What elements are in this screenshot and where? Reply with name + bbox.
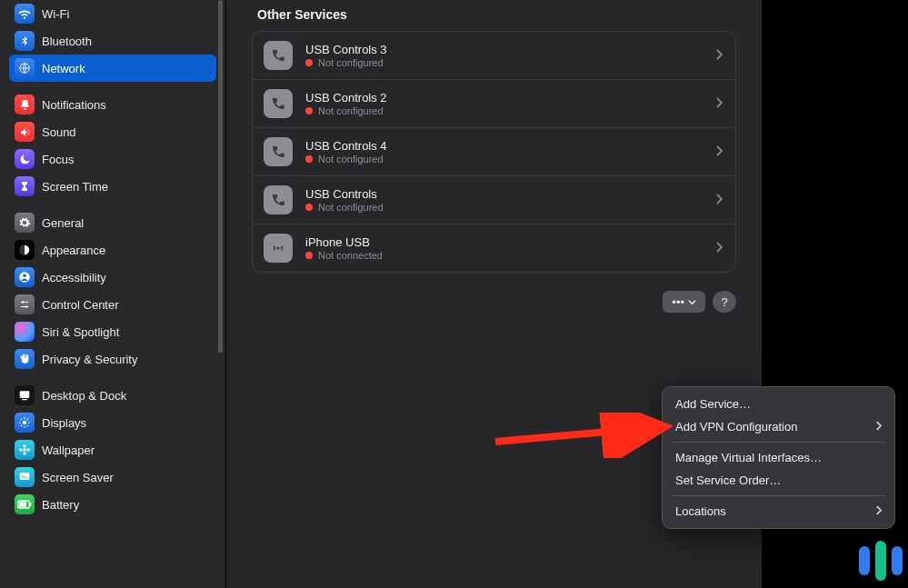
sidebar-item-label: Siri & Spotlight [42,325,119,339]
help-button[interactable]: ? [713,291,736,313]
svg-rect-14 [20,473,30,480]
chevron-right-icon [715,145,723,159]
sidebar-item-desktop[interactable]: Desktop & Dock [9,382,216,409]
sidebar-item-general[interactable]: General [9,209,216,236]
displays-icon [15,413,35,433]
sidebar-item-appearance[interactable]: Appearance [9,236,216,264]
service-name: USB Controls 4 [305,139,715,153]
svg-rect-7 [22,399,27,400]
sidebar-item-battery[interactable]: Battery [9,491,216,518]
footer-actions: ••• ? [252,291,736,313]
notifications-icon [15,95,35,115]
service-row[interactable]: USB Controls 2Not configured [253,79,735,127]
menu-item-locations[interactable]: Locations [663,500,894,523]
menu-separator [672,442,885,443]
service-row[interactable]: iPhone USBNot connected [253,224,735,272]
network-icon [15,58,35,78]
wifi-icon [15,4,35,24]
sidebar-item-label: Control Center [42,298,119,312]
privacy-icon [15,349,35,369]
status-dot-icon [305,252,313,259]
menu-item-label: Add VPN Configuration [675,420,797,434]
more-options-button[interactable]: ••• [663,291,705,313]
sidebar-item-label: Privacy & Security [42,353,137,366]
svg-rect-6 [20,391,30,398]
service-status: Not configured [305,105,715,116]
sidebar-item-screentime[interactable]: Screen Time [9,173,216,200]
service-name: USB Controls 2 [305,91,715,105]
watermark-bars [859,541,903,581]
sidebar-item-label: Screen Saver [42,471,114,484]
svg-point-5 [25,305,28,308]
svg-point-10 [23,444,26,448]
status-dot-icon [305,155,313,163]
desktop-icon [15,385,35,405]
service-status: Not connected [305,250,715,261]
sidebar-item-privacy[interactable]: Privacy & Security [9,345,216,373]
sidebar-item-focus[interactable]: Focus [9,145,216,173]
chevron-right-icon [715,194,723,207]
chevron-right-icon [875,420,882,434]
menu-separator [672,495,885,496]
sidebar-item-accessibility[interactable]: Accessibility [9,264,216,291]
sidebar-item-label: Accessibility [42,271,106,284]
sidebar-item-label: Wi-Fi [42,7,69,21]
chevron-right-icon [715,49,723,63]
menu-item-set-service-order[interactable]: Set Service Order… [663,469,894,492]
sidebar-item-network[interactable]: Network [9,55,216,82]
menu-item-manage-virtual-interfaces[interactable]: Manage Virtual Interfaces… [663,446,894,469]
sidebar-item-screensaver[interactable]: Screen Saver [9,463,216,491]
sound-icon [15,122,35,142]
sidebar-item-label: Bluetooth [42,35,92,48]
service-status: Not configured [305,57,715,68]
chevron-down-icon [688,298,696,306]
sidebar-item-bluetooth[interactable]: Bluetooth [9,27,216,55]
usb-phone-icon [264,89,293,118]
usb-phone-icon [264,137,293,166]
sidebar-item-controlcenter[interactable]: Control Center [9,291,216,318]
service-row[interactable]: USB Controls 3Not configured [253,32,735,79]
sidebar-item-label: Network [42,62,85,75]
menu-item-label: Manage Virtual Interfaces… [675,451,822,464]
svg-rect-16 [30,503,31,506]
sidebar-item-wifi[interactable]: Wi-Fi [9,0,216,27]
service-status: Not configured [305,154,715,164]
svg-point-4 [22,301,25,304]
sidebar-item-sound[interactable]: Sound [9,118,216,145]
menu-item-add-vpn-configuration[interactable]: Add VPN Configuration [663,415,894,438]
svg-point-13 [26,448,30,452]
chevron-right-icon [875,504,882,518]
sidebar-item-label: Notifications [42,98,106,112]
service-row[interactable]: USB ControlsNot configured [253,175,735,224]
status-dot-icon [305,59,313,66]
svg-point-8 [23,421,27,425]
sidebar-item-displays[interactable]: Displays [9,409,216,436]
service-status: Not configured [305,202,715,213]
service-name: USB Controls 3 [305,43,715,56]
menu-item-label: Add Service… [675,397,751,411]
sidebar-item-label: Focus [42,153,74,166]
svg-point-3 [23,274,26,278]
sidebar-item-wallpaper[interactable]: Wallpaper [9,436,216,463]
iphone-usb-icon [264,234,293,263]
usb-phone-icon [264,185,293,214]
focus-icon [15,149,35,169]
sidebar-item-label: Displays [42,416,86,430]
service-row[interactable]: USB Controls 4Not configured [253,127,735,175]
battery-icon [15,494,35,514]
screensaver-icon [15,467,35,487]
status-dot-icon [305,204,313,211]
ellipsis-icon: ••• [672,295,684,309]
screentime-icon [15,176,35,196]
status-dot-icon [305,107,313,115]
sidebar-item-siri[interactable]: Siri & Spotlight [9,318,216,345]
sidebar-item-label: General [42,216,84,230]
general-icon [15,213,35,233]
menu-item-add-service[interactable]: Add Service… [663,393,894,415]
controlcenter-icon [15,294,35,314]
sidebar-item-notifications[interactable]: Notifications [9,91,216,118]
menu-item-label: Set Service Order… [675,473,781,487]
sidebar: Wi-FiBluetoothNetworkNotificationsSoundF… [0,0,225,588]
sidebar-item-label: Screen Time [42,180,108,194]
bluetooth-icon [15,31,35,51]
